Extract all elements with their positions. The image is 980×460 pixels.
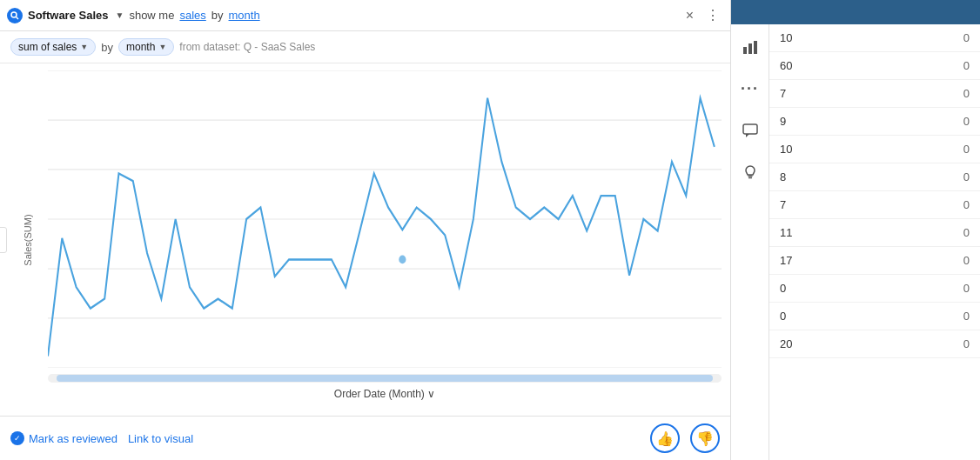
row-label: 20 [769, 330, 886, 358]
row-label: 7 [769, 80, 886, 108]
app-title: Software Sales [28, 9, 109, 22]
collapse-button[interactable]: › [0, 227, 7, 253]
x-axis-label[interactable]: Order Date (Month) ∨ [48, 388, 722, 400]
right-table: 100600709010080701101700000200 [769, 24, 980, 358]
chart-scrollbar[interactable] [48, 374, 722, 383]
row-value: 0 [886, 24, 980, 52]
table-row: 100 [769, 136, 980, 163]
comment-icon[interactable] [736, 117, 764, 144]
table-row: 100 [769, 24, 980, 52]
thumbs-up-button[interactable]: 👍 [650, 423, 680, 453]
svg-rect-35 [754, 41, 757, 54]
row-label: 60 [769, 52, 886, 80]
main-panel: Software Sales ▼ show me sales by month … [0, 0, 731, 460]
table-row: 80 [769, 163, 980, 191]
footer-bar: ✓ Mark as reviewed Link to visual 👍 👎 [0, 416, 730, 460]
svg-point-0 [11, 12, 17, 17]
table-row: 600 [769, 52, 980, 80]
header-bar: Software Sales ▼ show me sales by month … [0, 0, 730, 31]
table-row: 200 [769, 330, 980, 358]
month-link[interactable]: month [229, 9, 260, 22]
row-value: 0 [886, 247, 980, 275]
row-label: 7 [769, 191, 886, 219]
month-pill[interactable]: month ▼ [118, 38, 174, 56]
sum-of-sales-pill[interactable]: sum of sales ▼ [10, 38, 96, 56]
row-label: 17 [769, 247, 886, 275]
by-label: by [211, 9, 224, 22]
y-axis-label: Sales(SUM) [23, 214, 33, 265]
app-title-arrow: ▼ [116, 10, 124, 20]
more-button[interactable]: ⋮ [702, 5, 723, 25]
row-label: 0 [769, 303, 886, 330]
scrollbar-thumb[interactable] [57, 375, 713, 382]
svg-rect-34 [748, 43, 752, 54]
row-label: 10 [769, 136, 886, 163]
show-me-text: show me [129, 9, 174, 22]
sales-link[interactable]: sales [179, 9, 205, 22]
table-row: 00 [769, 303, 980, 330]
x-axis-arrow: ∨ [427, 388, 435, 400]
row-label: 0 [769, 275, 886, 303]
row-value: 0 [886, 330, 980, 358]
row-value: 0 [886, 80, 980, 108]
review-check-icon: ✓ [10, 431, 24, 445]
row-label: 11 [769, 219, 886, 247]
thumbs-down-button[interactable]: 👎 [690, 423, 720, 453]
table-row: 00 [769, 275, 980, 303]
app-logo [7, 8, 23, 23]
dataset-text: from dataset: Q - SaaS Sales [179, 41, 315, 53]
table-row: 90 [769, 108, 980, 136]
mark-as-reviewed[interactable]: ✓ Mark as reviewed [10, 431, 117, 445]
row-label: 8 [769, 163, 886, 191]
link-to-visual[interactable]: Link to visual [128, 432, 193, 445]
row-value: 0 [886, 275, 980, 303]
row-value: 0 [886, 191, 980, 219]
table-row: 170 [769, 247, 980, 275]
chart-area: Sales(SUM) › $120K $100K $80K $60K $40K … [0, 63, 730, 416]
row-value: 0 [886, 219, 980, 247]
svg-rect-33 [743, 47, 747, 54]
bar-chart-icon[interactable] [736, 33, 764, 61]
row-label: 9 [769, 108, 886, 136]
by-text: by [101, 41, 113, 54]
row-value: 0 [886, 108, 980, 136]
table-row: 110 [769, 219, 980, 247]
pill-arrow: ▼ [80, 43, 88, 51]
svg-line-1 [17, 17, 19, 19]
close-button[interactable]: × [682, 6, 697, 25]
row-value: 0 [886, 136, 980, 163]
right-panel: ··· 100600709010080701101700000200 [731, 0, 980, 460]
more-options-icon[interactable]: ··· [736, 75, 764, 103]
table-row: 70 [769, 80, 980, 108]
row-label: 10 [769, 24, 886, 52]
line-chart: $120K $100K $80K $60K $40K $20K $0 Jan 2… [48, 70, 722, 368]
row-value: 0 [886, 52, 980, 80]
chart-container: $120K $100K $80K $60K $40K $20K $0 Jan 2… [48, 70, 722, 368]
month-pill-arrow: ▼ [158, 43, 166, 51]
right-table-container: 100600709010080701101700000200 [769, 24, 980, 460]
right-panel-header [731, 0, 980, 24]
query-bar: sum of sales ▼ by month ▼ from dataset: … [0, 31, 730, 63]
row-value: 0 [886, 163, 980, 191]
lightbulb-icon[interactable] [736, 158, 764, 186]
table-row: 70 [769, 191, 980, 219]
row-value: 0 [886, 303, 980, 330]
svg-rect-36 [743, 124, 757, 134]
svg-point-16 [399, 256, 406, 264]
